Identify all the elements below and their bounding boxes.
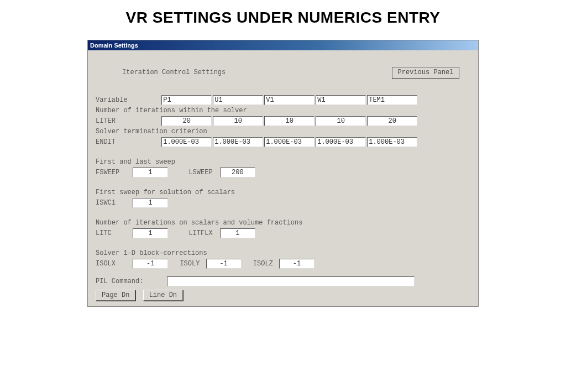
variable-w1[interactable]: W1 [316, 95, 366, 105]
fsweep-input[interactable]: 1 [133, 168, 168, 177]
first-sweep-scalars-label: First sweep for solution of scalars [96, 189, 470, 196]
first-last-sweep-label: First and last sweep [96, 158, 470, 166]
iswc1-input[interactable]: 1 [133, 198, 168, 208]
block-corrections-label: Solver 1-D block-corrections [96, 249, 470, 257]
lsweep-input[interactable]: 200 [220, 168, 255, 177]
variable-tem1[interactable]: TEM1 [367, 95, 417, 105]
termination-criterion-label: Solver termination criterion [96, 128, 470, 135]
isolx-label: ISOLX [96, 260, 127, 268]
page-title: VR SETTINGS UNDER NUMERICS ENTRY [0, 0, 566, 40]
litc-input[interactable]: 1 [133, 228, 168, 238]
previous-panel-button[interactable]: Previous Panel [392, 67, 459, 79]
lsweep-label: LSWEEP [188, 169, 212, 176]
liter-label: LITER [96, 117, 158, 125]
litflx-label: LITFLX [188, 229, 212, 237]
pil-command-label: PIL Command: [96, 278, 162, 285]
isolx-input[interactable]: -1 [133, 259, 168, 269]
isolz-input[interactable]: -1 [279, 259, 315, 269]
liter-3[interactable]: 10 [316, 116, 366, 126]
endit-label: ENDIT [96, 138, 158, 146]
variable-u1[interactable]: U1 [213, 95, 263, 105]
domain-settings-window: Domain Settings Iteration Control Settin… [87, 40, 479, 307]
num-iterations-label: Number of iterations within the solver [96, 107, 470, 114]
liter-2[interactable]: 10 [264, 116, 315, 126]
endit-3[interactable]: 1.000E-03 [316, 137, 366, 147]
endit-4[interactable]: 1.000E-03 [367, 137, 417, 147]
window-title-bar: Domain Settings [88, 40, 478, 50]
isolz-label: ISOLZ [253, 260, 273, 268]
variable-label: Variable [96, 96, 158, 104]
isoly-input[interactable]: -1 [206, 259, 242, 269]
liter-0[interactable]: 20 [161, 116, 212, 126]
liter-1[interactable]: 10 [213, 116, 263, 126]
isoly-label: ISOLY [180, 260, 200, 268]
window-body: Iteration Control Settings Previous Pane… [88, 50, 478, 306]
line-dn-button[interactable]: Line Dn [143, 290, 183, 301]
variable-p1[interactable]: P1 [161, 95, 212, 105]
endit-2[interactable]: 1.000E-03 [264, 137, 315, 147]
page-dn-button[interactable]: Page Dn [96, 290, 135, 301]
liter-4[interactable]: 20 [367, 116, 417, 126]
litflx-input[interactable]: 1 [220, 228, 255, 238]
section-title: Iteration Control Settings [122, 69, 226, 76]
endit-0[interactable]: 1.000E-03 [161, 137, 212, 147]
variable-v1[interactable]: V1 [264, 95, 315, 105]
num-iter-scalars-label: Number of iterations on scalars and volu… [96, 219, 470, 227]
litc-label: LITC [96, 229, 127, 237]
pil-command-input[interactable] [167, 276, 415, 286]
fsweep-label: FSWEEP [96, 169, 127, 176]
iswc1-label: ISWC1 [96, 199, 127, 207]
endit-1[interactable]: 1.000E-03 [213, 137, 263, 147]
